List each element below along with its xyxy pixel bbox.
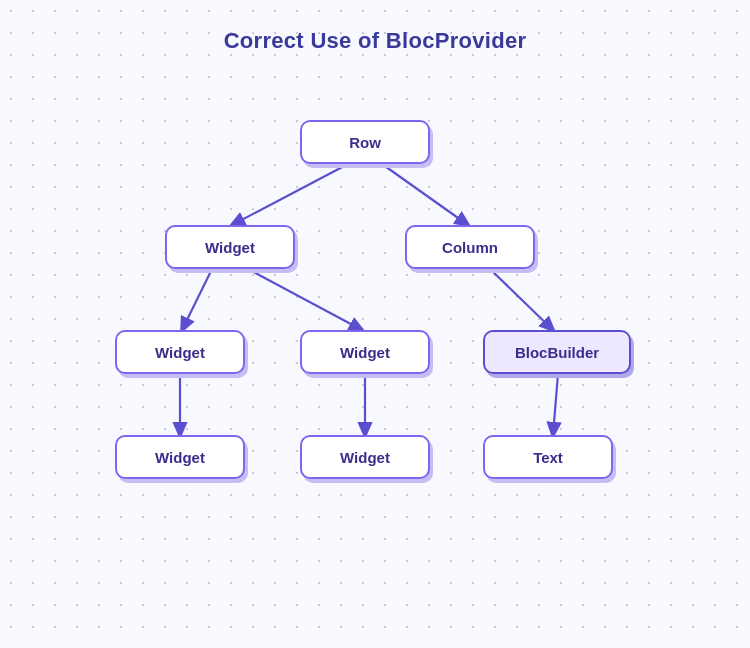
svg-line-5 <box>490 269 553 330</box>
node-blocbuilder: BlocBuilder <box>483 330 631 374</box>
node-widget3: Widget <box>300 330 430 374</box>
node-widget5: Widget <box>300 435 430 479</box>
node-widget1: Widget <box>165 225 295 269</box>
node-row: Row <box>300 120 430 164</box>
svg-line-4 <box>248 269 362 330</box>
svg-line-2 <box>382 164 468 225</box>
node-widget4: Widget <box>115 435 245 479</box>
svg-line-3 <box>182 269 212 330</box>
page-title: Correct Use of BlocProvider <box>0 28 750 54</box>
node-column: Column <box>405 225 535 269</box>
diagram-canvas: Correct Use of BlocProvider Row Widget <box>0 0 750 648</box>
node-text: Text <box>483 435 613 479</box>
arrows-layer <box>0 0 750 648</box>
svg-line-8 <box>553 374 558 435</box>
svg-line-1 <box>232 164 348 225</box>
node-widget2: Widget <box>115 330 245 374</box>
